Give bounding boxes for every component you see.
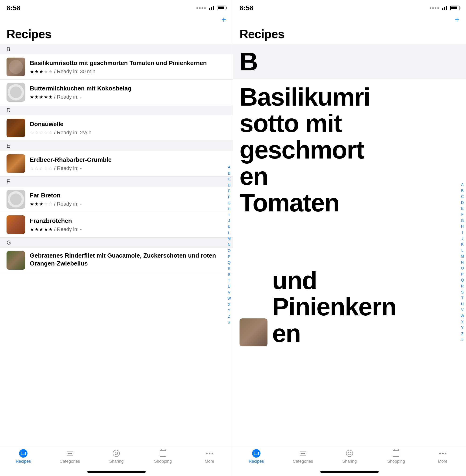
alpha-p-r[interactable]: P — [461, 271, 464, 277]
section-e: E — [0, 141, 233, 151]
list-item[interactable]: Buttermilchkuchen mit Kokosbelag ★ ★ ★ ★… — [0, 80, 233, 105]
status-bar-left: 8:58 — [0, 0, 233, 14]
tab-shopping-right[interactable]: Shopping — [373, 449, 419, 464]
alpha-h[interactable]: H — [227, 206, 231, 212]
recipes-tab-icon-r — [252, 449, 261, 458]
categories-tab-icon-r — [298, 449, 308, 458]
alpha-s[interactable]: S — [227, 272, 231, 278]
add-button-left[interactable]: + — [221, 16, 226, 24]
alpha-t-r[interactable]: T — [461, 295, 464, 301]
recipe-name: Erdbeer-Rhabarber-Crumble — [30, 156, 226, 164]
alpha-y-r[interactable]: Y — [461, 325, 464, 331]
alpha-f-r[interactable]: F — [461, 212, 464, 218]
alpha-b[interactable]: B — [227, 170, 231, 177]
alpha-r[interactable]: R — [227, 266, 231, 272]
alpha-g[interactable]: G — [227, 200, 231, 206]
alpha-k[interactable]: K — [227, 224, 231, 230]
alpha-m-r[interactable]: M — [461, 253, 464, 260]
add-button-right[interactable]: + — [454, 16, 459, 24]
tab-shopping-label-r: Shopping — [387, 459, 405, 464]
star-rating: ☆ ☆ ☆ ☆ ☆ — [30, 130, 53, 135]
alpha-l-r[interactable]: L — [461, 248, 464, 254]
alpha-r-r[interactable]: R — [461, 283, 464, 289]
alpha-e-r[interactable]: E — [461, 206, 464, 212]
alpha-t[interactable]: T — [227, 278, 231, 284]
time-right: 8:58 — [240, 4, 254, 12]
list-item[interactable]: Erdbeer-Rhabarber-Crumble ☆ ☆ ☆ ☆ ☆ / Re… — [0, 151, 233, 177]
alpha-a-r[interactable]: A — [461, 182, 464, 188]
alpha-u[interactable]: U — [227, 284, 231, 290]
tab-more-right[interactable]: More — [419, 449, 466, 464]
alpha-c-r[interactable]: C — [461, 194, 464, 200]
signal-dots-icon-right — [430, 7, 439, 9]
alpha-k-r[interactable]: K — [461, 241, 464, 248]
tab-sharing-left[interactable]: Sharing — [93, 449, 140, 464]
alpha-l[interactable]: L — [227, 230, 231, 236]
alpha-w[interactable]: W — [227, 296, 231, 302]
sharing-tab-icon-r — [345, 449, 354, 458]
alpha-m[interactable]: M — [227, 236, 231, 242]
tab-categories-label: Categories — [60, 459, 80, 464]
tab-more-label-r: More — [438, 459, 447, 464]
list-item[interactable]: Donauwelle ☆ ☆ ☆ ☆ ☆ / Ready in: 2½ h — [0, 115, 233, 141]
alpha-z[interactable]: Z — [227, 313, 231, 320]
alpha-g-r[interactable]: G — [461, 218, 464, 224]
tab-sharing-right[interactable]: Sharing — [326, 449, 373, 464]
list-item[interactable]: Basilikumrisotto mit geschmorten Tomaten… — [0, 54, 233, 80]
alpha-j-r[interactable]: J — [461, 236, 464, 241]
alpha-z-r[interactable]: Z — [461, 331, 464, 337]
list-item[interactable]: Gebratenes Rinderfilet mit Guacamole, Zu… — [0, 248, 233, 273]
alpha-h-r[interactable]: H — [461, 224, 464, 230]
recipe-meta: ★ ★ ★ ★ ★ / Ready in: - — [30, 94, 226, 100]
tab-categories-left[interactable]: Categories — [47, 449, 93, 464]
alpha-f[interactable]: F — [227, 194, 231, 200]
list-item[interactable]: Franzbrötchen ★ ★ ★ ★ ★ / Ready in: - — [0, 212, 233, 238]
alpha-d[interactable]: D — [227, 182, 231, 188]
tab-recipes-right[interactable]: Recipes — [233, 449, 280, 464]
list-item[interactable]: Far Breton ★ ★ ★ ☆ ☆ / Ready in: - — [0, 187, 233, 212]
alpha-j[interactable]: J — [227, 218, 231, 224]
alpha-v[interactable]: V — [227, 289, 231, 296]
alpha-b-r[interactable]: B — [461, 188, 464, 194]
alpha-s-r[interactable]: S — [461, 289, 464, 295]
tab-recipes-left[interactable]: Recipes — [0, 449, 47, 464]
alpha-e[interactable]: E — [227, 188, 231, 194]
alpha-d-r[interactable]: D — [461, 200, 464, 206]
alpha-x[interactable]: X — [227, 302, 231, 308]
alpha-i[interactable]: I — [227, 212, 231, 218]
alpha-p[interactable]: P — [227, 254, 231, 260]
thumb-farbreton — [7, 190, 25, 209]
alpha-i-r[interactable]: I — [461, 230, 464, 236]
tab-sharing-label-r: Sharing — [342, 459, 357, 464]
alpha-w-r[interactable]: W — [461, 313, 464, 319]
recipes-tab-icon — [19, 449, 28, 458]
zoomed-content: Basilikumrisotto mitgeschmortenTomaten u… — [233, 79, 466, 446]
tab-categories-right[interactable]: Categories — [280, 449, 326, 464]
recipe-info: Donauwelle ☆ ☆ ☆ ☆ ☆ / Ready in: 2½ h — [30, 120, 226, 136]
recipe-name: Basilikumrisotto mit geschmorten Tomaten… — [30, 59, 226, 67]
alpha-n[interactable]: N — [227, 242, 231, 248]
alpha-c[interactable]: C — [227, 176, 231, 182]
recipe-info: Basilikumrisotto mit geschmorten Tomaten… — [30, 59, 226, 75]
ready-time: / Ready in: - — [54, 201, 82, 207]
alpha-hash-r[interactable]: # — [461, 337, 464, 343]
recipe-name: Far Breton — [30, 192, 226, 200]
tab-more-left[interactable]: More — [186, 449, 233, 464]
shopping-tab-icon-r — [391, 449, 401, 458]
alpha-y[interactable]: Y — [227, 308, 231, 313]
alpha-q-r[interactable]: Q — [461, 277, 464, 283]
alpha-hash[interactable]: # — [227, 319, 231, 325]
alphabet-sidebar-right: A B C D E F G H I J K L M N O P Q R S T … — [461, 79, 464, 446]
alpha-q[interactable]: Q — [227, 260, 231, 266]
alpha-x-r[interactable]: X — [461, 319, 464, 325]
alpha-a[interactable]: A — [227, 164, 231, 170]
alpha-u-r[interactable]: U — [461, 301, 464, 307]
tab-shopping-left[interactable]: Shopping — [140, 449, 186, 464]
header-right: + — [233, 14, 466, 26]
alpha-o[interactable]: O — [227, 248, 231, 254]
alpha-v-r[interactable]: V — [461, 307, 464, 313]
alpha-o-r[interactable]: O — [461, 265, 464, 271]
shopping-tab-icon — [158, 449, 167, 458]
alpha-n-r[interactable]: N — [461, 260, 464, 265]
section-f: F — [0, 177, 233, 187]
